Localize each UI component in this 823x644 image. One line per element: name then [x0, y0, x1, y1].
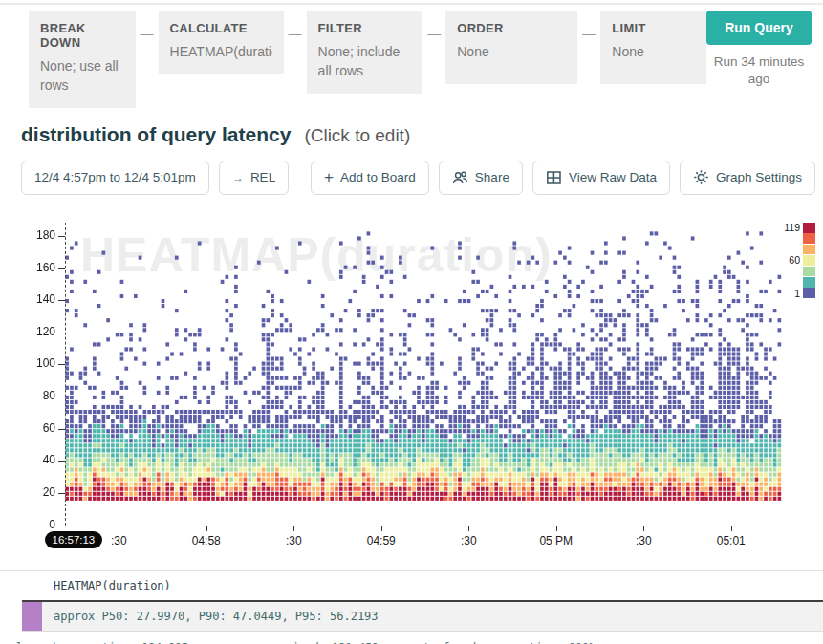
y-tick-label: 0: [0, 518, 55, 531]
y-tick-mark: [58, 364, 65, 365]
step-label: BREAK DOWN: [40, 21, 124, 50]
add-to-board-button[interactable]: + Add to Board: [311, 161, 429, 195]
plus-icon: +: [324, 169, 334, 185]
results-table: HEATMAP(duration) approx P50: 27.9970, P…: [0, 570, 823, 632]
x-axis-line: [65, 526, 817, 526]
legend-swatch: [803, 223, 815, 233]
legend-row: [784, 277, 815, 288]
query-step-breakdown[interactable]: BREAK DOWN None; use all rows: [29, 11, 136, 108]
query-builder: BREAK DOWN None; use all rows — CALCULAT…: [0, 5, 823, 108]
legend-swatch: [803, 267, 815, 277]
x-tick-mark: [731, 526, 732, 531]
run-query-button[interactable]: Run Query: [706, 11, 812, 45]
share-label: Share: [475, 170, 509, 184]
heatmap-chart: HEATMAP(duration) 119601 020406080100120…: [0, 203, 823, 558]
step-label: LIMIT: [612, 21, 695, 35]
view-raw-data-label: View Raw Data: [569, 170, 657, 184]
y-tick-mark: [58, 268, 65, 269]
title-row: distribution of query latency (Click to …: [0, 123, 823, 146]
x-tick-mark: [643, 526, 644, 531]
x-tick-label: :30: [636, 534, 652, 547]
step-label: CALCULATE: [170, 21, 272, 35]
y-tick-mark: [58, 493, 65, 494]
rel-time-button[interactable]: → REL: [219, 161, 289, 195]
legend-swatch: [803, 255, 815, 266]
y-tick-mark: [58, 333, 65, 333]
legend-count-label: 1: [794, 288, 800, 299]
heatmap-legend: 119601: [784, 223, 815, 299]
query-step-order[interactable]: ORDER None: [445, 11, 577, 84]
share-button[interactable]: Share: [439, 161, 523, 195]
y-tick-label: 20: [0, 485, 55, 499]
x-tick-label: :30: [111, 534, 127, 547]
table-row[interactable]: approx P50: 27.9970, P90: 47.0449, P95: …: [22, 602, 823, 632]
query-step-calculate[interactable]: CALCULATE HEATMAP(duration): [159, 11, 284, 74]
x-tick-mark: [119, 526, 119, 531]
legend-swatch: [803, 245, 815, 255]
step-value: None: [612, 42, 695, 61]
y-tick-mark: [58, 236, 65, 237]
y-tick-mark: [58, 461, 65, 462]
legend-row: [784, 233, 815, 244]
y-tick-label: 60: [0, 421, 55, 435]
heatmap-canvas[interactable]: [65, 228, 782, 526]
x-tick-label: :30: [461, 534, 477, 547]
graph-settings-button[interactable]: Graph Settings: [680, 161, 815, 195]
legend-row: [784, 244, 815, 254]
x-tick-mark: [556, 526, 557, 531]
run-query-area: Run Query Run 34 minutes ago: [706, 11, 812, 87]
series-swatch: [22, 602, 42, 631]
legend-swatch: [803, 288, 815, 298]
graph-settings-label: Graph Settings: [716, 170, 802, 184]
x-tick-label: 04:58: [192, 534, 221, 547]
legend-count-label: 119: [784, 222, 800, 233]
query-stats-footer: elapsed query time: 124.985ms rows exami…: [10, 641, 823, 644]
query-step-filter[interactable]: FILTER None; include all rows: [307, 11, 423, 94]
step-separator: —: [427, 26, 441, 41]
y-tick-label: 160: [0, 261, 55, 274]
x-tick-mark: [206, 526, 207, 531]
legend-row: [784, 266, 815, 276]
add-to-board-label: Add to Board: [340, 170, 416, 184]
step-label: ORDER: [457, 21, 566, 35]
legend-row: 1: [784, 288, 815, 298]
nodes-reporting-stat: pct of nodes reporting: 100%: [410, 641, 596, 644]
y-tick-label: 180: [0, 228, 55, 242]
y-tick-mark: [58, 526, 65, 526]
legend-swatch: [803, 233, 815, 244]
x-tick-mark: [381, 526, 382, 531]
step-value: None; include all rows: [318, 42, 412, 81]
results-column-header: HEATMAP(duration): [22, 571, 823, 602]
y-tick-mark: [58, 300, 65, 301]
y-tick-mark: [58, 397, 65, 397]
toolbar-right-group: + Add to Board Share View Raw Data Graph…: [311, 161, 815, 195]
rel-label: REL: [250, 170, 275, 184]
arrow-right-icon: →: [232, 171, 244, 184]
last-run-caption: Run 34 minutes ago: [706, 54, 812, 87]
time-range-button[interactable]: 12/4 4:57pm to 12/4 5:01pm: [21, 161, 209, 195]
legend-row: 119: [784, 223, 815, 233]
view-raw-data-button[interactable]: View Raw Data: [532, 161, 670, 195]
grid-icon: [546, 170, 562, 185]
time-range-label: 12/4 4:57pm to 12/4 5:01pm: [34, 170, 196, 184]
y-tick-mark: [58, 429, 65, 430]
click-to-edit-hint[interactable]: (Click to edit): [304, 125, 410, 146]
y-tick-label: 140: [0, 292, 55, 306]
step-value: None: [457, 42, 566, 61]
step-separator: —: [141, 26, 154, 41]
x-tick-label: 05 PM: [539, 534, 573, 547]
y-tick-label: 40: [0, 453, 55, 466]
query-step-limit[interactable]: LIMIT None: [600, 11, 706, 84]
step-value: HEATMAP(duration): [170, 42, 272, 61]
percentile-summary: approx P50: 27.9970, P90: 47.0449, P95: …: [42, 602, 379, 631]
x-tick-label: 05:01: [717, 534, 746, 547]
y-axis-line: [65, 223, 66, 526]
share-icon: [452, 170, 468, 185]
time-cursor-badge: 16:57:13: [45, 531, 103, 548]
gear-icon: [693, 169, 709, 185]
legend-row: 60: [784, 255, 815, 266]
y-tick-label: 120: [0, 325, 55, 338]
y-tick-label: 100: [0, 356, 55, 370]
page-title[interactable]: distribution of query latency: [21, 123, 291, 146]
step-separator: —: [582, 26, 596, 41]
